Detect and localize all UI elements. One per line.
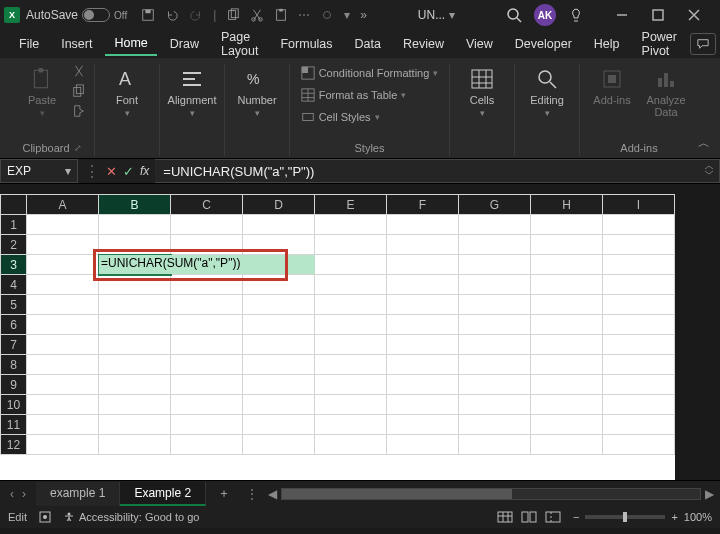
- col-header-G[interactable]: G: [459, 195, 531, 215]
- zoom-in-icon[interactable]: +: [671, 511, 677, 523]
- menu-home[interactable]: Home: [105, 32, 156, 56]
- menu-help[interactable]: Help: [585, 33, 629, 55]
- menu-view[interactable]: View: [457, 33, 502, 55]
- alignment-dropdown[interactable]: Alignment ▾: [168, 64, 216, 118]
- save-icon[interactable]: [141, 8, 155, 22]
- clipboard-launcher-icon[interactable]: ⤢: [74, 143, 82, 153]
- expand-formula-bar-icon[interactable]: [703, 164, 715, 176]
- editing-dropdown[interactable]: Editing ▾: [523, 64, 571, 118]
- paste-button[interactable]: Paste ▾: [18, 64, 66, 118]
- redo-icon[interactable]: [189, 8, 203, 22]
- sheet-tab-example-1[interactable]: example 1: [36, 482, 120, 506]
- col-header-I[interactable]: I: [603, 195, 675, 215]
- search-icon[interactable]: [506, 7, 522, 23]
- toggle-icon[interactable]: [82, 8, 110, 22]
- document-title[interactable]: UN...: [418, 8, 445, 22]
- row-header[interactable]: 9: [1, 375, 27, 395]
- zoom-slider[interactable]: [585, 515, 665, 519]
- sheet-next-icon[interactable]: ›: [22, 487, 26, 501]
- sheet-tab-example-2[interactable]: Example 2: [120, 482, 206, 506]
- undo-icon[interactable]: [165, 8, 179, 22]
- menu-insert[interactable]: Insert: [52, 33, 101, 55]
- qat-more-icon[interactable]: ⋯: [298, 8, 310, 22]
- minimize-button[interactable]: [604, 1, 640, 29]
- menu-developer[interactable]: Developer: [506, 33, 581, 55]
- row-header[interactable]: 7: [1, 335, 27, 355]
- col-header-E[interactable]: E: [315, 195, 387, 215]
- menu-file[interactable]: File: [10, 33, 48, 55]
- macro-record-icon[interactable]: [39, 511, 51, 523]
- cell-styles-button[interactable]: Cell Styles▾: [301, 110, 380, 124]
- hscroll-track[interactable]: [281, 488, 701, 500]
- font-dropdown[interactable]: A Font ▾: [103, 64, 151, 118]
- paste-icon[interactable]: [274, 8, 288, 22]
- format-as-table-button[interactable]: Format as Table▾: [301, 88, 407, 102]
- cells-dropdown[interactable]: Cells ▾: [458, 64, 506, 118]
- analyze-data-button[interactable]: Analyze Data: [642, 64, 690, 118]
- formula-bar[interactable]: =UNICHAR(SUM("a","P")): [155, 159, 720, 183]
- menu-formulas[interactable]: Formulas: [271, 33, 341, 55]
- qat-dropdown-icon[interactable]: ▾: [344, 8, 350, 22]
- hscroll-left-icon[interactable]: ◀: [268, 487, 277, 501]
- maximize-button[interactable]: [640, 1, 676, 29]
- zoom-level[interactable]: 100%: [684, 511, 712, 523]
- cancel-formula-icon[interactable]: ✕: [106, 164, 117, 179]
- touch-mode-icon[interactable]: [320, 8, 334, 22]
- hscroll-thumb[interactable]: [282, 489, 512, 499]
- collapse-ribbon-icon[interactable]: ︿: [698, 135, 710, 152]
- row-header[interactable]: 4: [1, 275, 27, 295]
- name-box[interactable]: EXP ▾: [0, 159, 78, 183]
- menu-page-layout[interactable]: Page Layout: [212, 26, 268, 62]
- menu-data[interactable]: Data: [346, 33, 390, 55]
- normal-view-icon[interactable]: [497, 511, 513, 523]
- insert-function-icon[interactable]: fx: [140, 164, 149, 178]
- autosave-toggle[interactable]: AutoSave Off: [26, 8, 127, 22]
- row-header[interactable]: 3: [1, 255, 27, 275]
- cut-icon[interactable]: [250, 8, 264, 22]
- page-layout-view-icon[interactable]: [521, 511, 537, 523]
- user-avatar[interactable]: AK: [534, 4, 556, 26]
- row-header[interactable]: 6: [1, 315, 27, 335]
- worksheet-grid[interactable]: A B C D E F G H I 1 2 3 =UNICHAR(SUM("a"…: [0, 194, 720, 480]
- copy-small-icon[interactable]: [72, 84, 86, 98]
- sheet-prev-icon[interactable]: ‹: [10, 487, 14, 501]
- col-header-C[interactable]: C: [171, 195, 243, 215]
- cell-editor-text[interactable]: =UNICHAR(SUM("a","P")): [101, 256, 240, 270]
- select-all-corner[interactable]: [1, 195, 27, 215]
- addins-button[interactable]: Add-ins: [588, 64, 636, 106]
- active-cell-B3[interactable]: =UNICHAR(SUM("a","P")): [99, 255, 171, 275]
- col-header-H[interactable]: H: [531, 195, 603, 215]
- title-dropdown-icon[interactable]: ▾: [449, 8, 455, 22]
- comments-button[interactable]: [690, 33, 716, 55]
- row-header[interactable]: 10: [1, 395, 27, 415]
- horizontal-scrollbar[interactable]: ◀ ▶: [262, 487, 720, 501]
- col-header-A[interactable]: A: [27, 195, 99, 215]
- menu-draw[interactable]: Draw: [161, 33, 208, 55]
- lightbulb-icon[interactable]: [568, 7, 584, 23]
- hscroll-right-icon[interactable]: ▶: [705, 487, 714, 501]
- accept-formula-icon[interactable]: ✓: [123, 164, 134, 179]
- format-painter-icon[interactable]: [72, 104, 86, 118]
- namebox-dropdown-icon[interactable]: ▾: [65, 164, 71, 178]
- col-header-B[interactable]: B: [99, 195, 171, 215]
- tab-scroll-sep-icon[interactable]: ⋮: [242, 487, 262, 501]
- close-button[interactable]: [676, 1, 712, 29]
- menu-review[interactable]: Review: [394, 33, 453, 55]
- col-header-D[interactable]: D: [243, 195, 315, 215]
- zoom-out-icon[interactable]: −: [573, 511, 579, 523]
- cut-small-icon[interactable]: [72, 64, 86, 78]
- qat-overflow-icon[interactable]: »: [360, 8, 367, 22]
- row-header[interactable]: 8: [1, 355, 27, 375]
- row-header[interactable]: 2: [1, 235, 27, 255]
- row-header[interactable]: 11: [1, 415, 27, 435]
- row-header[interactable]: 1: [1, 215, 27, 235]
- col-header-F[interactable]: F: [387, 195, 459, 215]
- number-dropdown[interactable]: % Number ▾: [233, 64, 281, 118]
- zoom-control[interactable]: − + 100%: [573, 511, 712, 523]
- conditional-formatting-button[interactable]: Conditional Formatting▾: [301, 66, 439, 80]
- copy-icon[interactable]: [226, 8, 240, 22]
- row-header[interactable]: 12: [1, 435, 27, 455]
- page-break-view-icon[interactable]: [545, 511, 561, 523]
- accessibility-status[interactable]: Accessibility: Good to go: [63, 511, 199, 523]
- menu-power-pivot[interactable]: Power Pivot: [633, 26, 686, 62]
